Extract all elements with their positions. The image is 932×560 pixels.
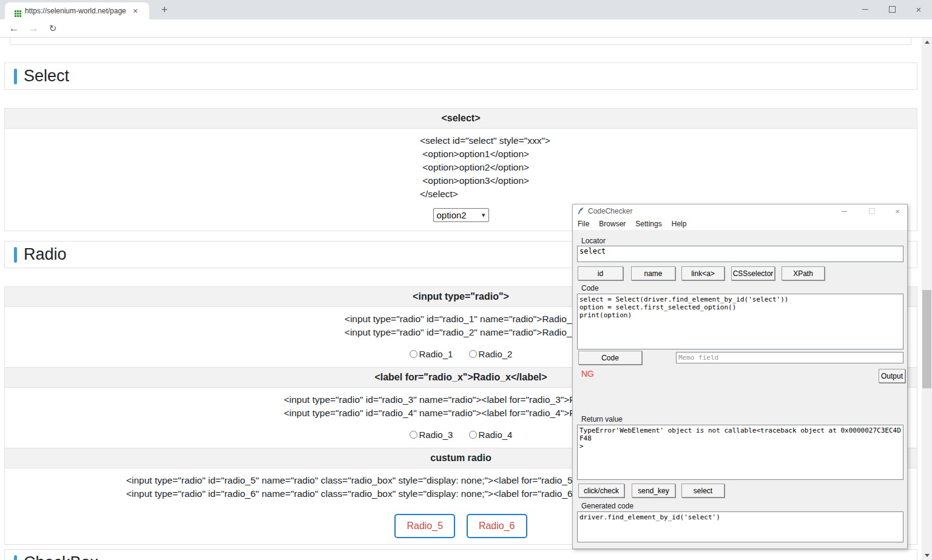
chevron-down-icon: ▾ bbox=[482, 211, 485, 219]
previous-section-box bbox=[10, 38, 911, 45]
codechecker-close-button[interactable]: × bbox=[888, 204, 907, 218]
radio-circle-icon[interactable] bbox=[469, 350, 477, 358]
scrollbar-thumb[interactable] bbox=[922, 290, 931, 388]
browser-tab-strip: https://selenium-world.net/page × + × bbox=[0, 0, 932, 19]
radio-label: Radio_2 bbox=[479, 349, 513, 359]
codechecker-window[interactable]: CodeChecker × File Browser Settings Help… bbox=[572, 204, 908, 549]
status-badge: NG bbox=[581, 369, 594, 379]
radio-group3-code: <input type="radio" id="radio_5" name="r… bbox=[126, 474, 650, 501]
tk-feather-icon bbox=[577, 207, 584, 215]
accent-bar bbox=[14, 247, 17, 263]
generated-code-textarea[interactable]: driver.find_element_by_id('select') bbox=[577, 511, 903, 542]
section-title: CheckBox bbox=[24, 553, 98, 560]
radio-label: Radio_3 bbox=[419, 430, 453, 440]
radio-circle-icon[interactable] bbox=[410, 431, 417, 439]
reload-icon[interactable]: ↻ bbox=[45, 21, 61, 36]
locator-by-link-button[interactable]: link<a> bbox=[681, 266, 724, 280]
codechecker-title: CodeChecker bbox=[588, 207, 632, 215]
locator-by-id-button[interactable]: id bbox=[578, 266, 623, 280]
code-label: Code bbox=[581, 284, 599, 292]
locator-by-css-button[interactable]: CSSselector bbox=[731, 266, 775, 280]
codechecker-maximize-button[interactable] bbox=[863, 204, 881, 218]
tab-title: https://selenium-world.net/page bbox=[25, 7, 129, 15]
code-textarea[interactable]: select = Select(driver.find_element_by_i… bbox=[577, 294, 903, 349]
locator-by-name-button[interactable]: name bbox=[631, 266, 675, 280]
option-select[interactable]: option2 ▾ bbox=[433, 208, 489, 222]
section-title: Radio bbox=[24, 245, 67, 264]
custom-radio-radio_5[interactable]: Radio_5 bbox=[394, 514, 455, 538]
page-scrollbar[interactable] bbox=[922, 38, 932, 560]
select-code-wrap: <select id="select" style="xxx"> <option… bbox=[5, 129, 917, 204]
run-code-button[interactable]: Code bbox=[578, 351, 642, 365]
radio-label: Radio_1 bbox=[419, 349, 453, 359]
send-key-button[interactable]: send_key bbox=[632, 484, 675, 498]
output-button[interactable]: Output bbox=[879, 369, 905, 383]
accent-bar bbox=[14, 69, 17, 84]
menu-file[interactable]: File bbox=[578, 220, 589, 228]
window-minimize-button[interactable] bbox=[852, 0, 879, 18]
accent-bar bbox=[14, 555, 17, 560]
codechecker-titlebar[interactable]: CodeChecker × bbox=[573, 204, 907, 218]
window-maximize-button[interactable] bbox=[879, 0, 905, 18]
menu-browser[interactable]: Browser bbox=[599, 220, 626, 228]
menu-help[interactable]: Help bbox=[672, 220, 687, 228]
browser-tab[interactable]: https://selenium-world.net/page × bbox=[5, 2, 149, 19]
screen: https://selenium-world.net/page × + × ← … bbox=[0, 0, 932, 560]
memo-field[interactable]: Memo field bbox=[676, 352, 903, 363]
radio-radio_3[interactable]: Radio_3 bbox=[410, 430, 453, 440]
browser-toolbar: ← → ↻ selenium-world.net/page/test_cntl_… bbox=[0, 19, 932, 38]
scrollbar-down-icon[interactable] bbox=[922, 551, 932, 560]
new-tab-button[interactable]: + bbox=[157, 2, 172, 18]
selected-option: option2 bbox=[437, 210, 482, 220]
select-table-header: <select> bbox=[5, 109, 917, 129]
locator-label: Locator bbox=[581, 237, 606, 245]
codechecker-menubar: File Browser Settings Help bbox=[573, 218, 907, 230]
section-title: Select bbox=[24, 67, 69, 86]
locator-by-xpath-button[interactable]: XPath bbox=[782, 266, 825, 280]
select-code: <select id="select" style="xxx"> <option… bbox=[420, 134, 550, 201]
back-icon[interactable]: ← bbox=[6, 21, 22, 36]
menu-settings[interactable]: Settings bbox=[635, 220, 661, 228]
radio-radio_1[interactable]: Radio_1 bbox=[410, 349, 453, 359]
scrollbar-up-icon[interactable] bbox=[922, 38, 932, 47]
section-heading-select: Select bbox=[4, 62, 917, 90]
section-heading-checkbox: CheckBox bbox=[4, 549, 917, 560]
return-value-label: Return value bbox=[581, 415, 623, 423]
forward-icon[interactable]: → bbox=[25, 21, 41, 36]
radio-radio_2[interactable]: Radio_2 bbox=[469, 349, 513, 359]
return-value-textarea[interactable]: TypeError'WebElement' object is not call… bbox=[577, 425, 903, 480]
radio-circle-icon[interactable] bbox=[469, 431, 477, 439]
codechecker-minimize-button[interactable] bbox=[835, 204, 853, 218]
radio-group1-code: <input type="radio" id="radio_1" name="r… bbox=[345, 312, 577, 339]
window-close-button[interactable]: × bbox=[905, 0, 932, 18]
radio-circle-icon[interactable] bbox=[410, 350, 417, 358]
generated-code-label: Generated code bbox=[581, 502, 633, 510]
tab-close-icon[interactable]: × bbox=[133, 6, 138, 16]
radio-radio_4[interactable]: Radio_4 bbox=[469, 430, 513, 440]
click-check-button[interactable]: click/check bbox=[578, 484, 624, 498]
custom-radio-radio_6[interactable]: Radio_6 bbox=[467, 514, 527, 538]
radio-label: Radio_4 bbox=[479, 430, 513, 440]
site-favicon-icon bbox=[15, 10, 16, 12]
select-action-button[interactable]: select bbox=[681, 484, 724, 498]
locator-input[interactable]: select bbox=[577, 246, 903, 262]
